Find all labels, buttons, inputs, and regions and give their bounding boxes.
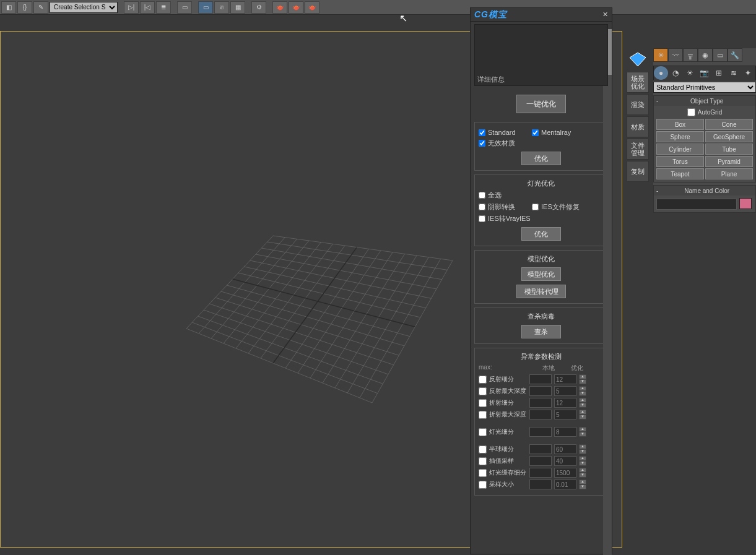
- standard-checkbox[interactable]: Standard: [479, 129, 528, 136]
- select-all-checkbox[interactable]: 全选: [479, 191, 528, 200]
- primitive-category-dropdown[interactable]: Standard Primitives: [653, 82, 756, 93]
- param-checkbox[interactable]: 折射最大深度: [479, 410, 527, 419]
- scan-virus-button[interactable]: 查杀: [521, 325, 561, 338]
- space-warps-sub-icon[interactable]: ≋: [726, 66, 741, 80]
- param-checkbox[interactable]: 反射最大深度: [479, 387, 527, 395]
- tool-icon[interactable]: {}: [17, 1, 32, 14]
- geometry-sub-icon[interactable]: ●: [654, 66, 668, 80]
- param-opt-input[interactable]: [554, 374, 576, 384]
- systems-sub-icon[interactable]: ✦: [741, 66, 755, 80]
- param-checkbox[interactable]: 灯光缓存细分: [479, 468, 527, 477]
- curve-editor-icon[interactable]: ▭: [198, 1, 213, 14]
- primitive-button[interactable]: Tube: [705, 144, 753, 155]
- side-tab[interactable]: 复制: [627, 161, 649, 182]
- mentalray-checkbox[interactable]: Mentalray: [532, 129, 581, 136]
- spinner[interactable]: ▲▼: [579, 386, 586, 396]
- primitive-button[interactable]: GeoSphere: [705, 131, 753, 142]
- param-local-input[interactable]: [529, 444, 552, 454]
- hierarchy-tab[interactable]: ╦: [683, 48, 698, 62]
- primitive-button[interactable]: Cylinder: [656, 144, 704, 155]
- spinner[interactable]: ▲▼: [579, 468, 586, 478]
- param-local-input[interactable]: [529, 468, 552, 478]
- model-proxy-button[interactable]: 模型转代理: [516, 285, 566, 298]
- param-opt-input[interactable]: [554, 480, 576, 489]
- display-tab[interactable]: ▭: [713, 48, 728, 62]
- shapes-sub-icon[interactable]: ◔: [668, 66, 682, 80]
- create-tab[interactable]: ✳: [653, 48, 668, 62]
- spinner[interactable]: ▲▼: [579, 410, 586, 419]
- helpers-sub-icon[interactable]: ⊞: [712, 66, 726, 80]
- side-tab[interactable]: 场景优化: [627, 72, 649, 93]
- param-checkbox[interactable]: 半球细分: [479, 445, 527, 454]
- param-local-input[interactable]: [529, 386, 552, 396]
- primitive-button[interactable]: Teapot: [656, 168, 704, 179]
- side-tab[interactable]: 渲染: [627, 94, 649, 115]
- spinner[interactable]: ▲▼: [579, 456, 586, 466]
- spinner[interactable]: ▲▼: [579, 427, 586, 437]
- one-click-optimize-button[interactable]: 一键优化: [516, 95, 566, 113]
- tool-icon[interactable]: ◧: [1, 1, 16, 14]
- schematic-icon[interactable]: ⎚: [214, 1, 229, 14]
- utilities-tab[interactable]: 🔧: [728, 48, 742, 62]
- spinner[interactable]: ▲▼: [579, 444, 586, 454]
- diamond-icon[interactable]: [627, 48, 649, 71]
- object-name-input[interactable]: [656, 199, 737, 210]
- param-opt-input[interactable]: [554, 410, 576, 419]
- modify-tab[interactable]: 〰: [668, 48, 683, 62]
- primitive-button[interactable]: Sphere: [656, 131, 704, 142]
- optimize-light-button[interactable]: 优化: [521, 227, 561, 241]
- param-opt-input[interactable]: [554, 427, 576, 437]
- primitive-button[interactable]: Plane: [705, 168, 753, 179]
- selection-set-dropdown[interactable]: Create Selection Se: [50, 2, 118, 13]
- primitive-button[interactable]: Pyramid: [705, 156, 753, 167]
- lights-sub-icon[interactable]: ☀: [683, 66, 697, 80]
- minus-icon[interactable]: -: [656, 98, 658, 105]
- spinner[interactable]: ▲▼: [579, 480, 586, 489]
- param-checkbox[interactable]: 折射细分: [479, 398, 527, 407]
- primitive-button[interactable]: Cone: [705, 119, 753, 130]
- render-setup-icon[interactable]: ⚙: [251, 1, 266, 14]
- side-tab[interactable]: 材质: [627, 116, 649, 137]
- param-opt-input[interactable]: [554, 468, 576, 478]
- layer-icon[interactable]: ▭: [177, 1, 192, 14]
- panel-titlebar[interactable]: CG模宝 ✕: [471, 8, 612, 22]
- minus-icon[interactable]: -: [656, 187, 658, 194]
- param-checkbox[interactable]: 反射细分: [479, 375, 527, 384]
- shadow-checkbox[interactable]: 阴影转换: [479, 202, 528, 212]
- param-opt-input[interactable]: [554, 444, 576, 454]
- align-icon[interactable]: |◁: [140, 1, 155, 14]
- spinner[interactable]: ▲▼: [579, 398, 586, 408]
- param-opt-input[interactable]: [554, 386, 576, 396]
- param-local-input[interactable]: [529, 410, 552, 419]
- teapot-icon[interactable]: 🫖: [305, 1, 319, 14]
- align-icon[interactable]: ≣: [156, 1, 171, 14]
- spinner[interactable]: ▲▼: [579, 374, 586, 384]
- param-checkbox[interactable]: 灯光细分: [479, 428, 527, 436]
- param-checkbox[interactable]: 插值采样: [479, 457, 527, 465]
- teapot-icon[interactable]: 🫖: [289, 1, 303, 14]
- scrollbar[interactable]: [603, 29, 612, 555]
- param-local-input[interactable]: [529, 398, 552, 408]
- object-color-swatch[interactable]: [739, 198, 752, 209]
- close-icon[interactable]: ✕: [602, 11, 608, 19]
- param-opt-input[interactable]: [554, 398, 576, 408]
- ies-repair-checkbox[interactable]: IES文件修复: [532, 202, 581, 212]
- param-checkbox[interactable]: 采样大小: [479, 480, 527, 489]
- autogrid-checkbox[interactable]: [687, 108, 695, 116]
- tool-icon[interactable]: ✎: [33, 1, 48, 14]
- side-tab[interactable]: 文件管理: [627, 139, 649, 160]
- render-icon[interactable]: 🫖: [272, 1, 287, 14]
- param-opt-input[interactable]: [554, 456, 576, 466]
- material-editor-icon[interactable]: ▦: [230, 1, 245, 14]
- motion-tab[interactable]: ◉: [698, 48, 713, 62]
- param-local-input[interactable]: [529, 480, 552, 489]
- model-optimize-button[interactable]: 模型优化: [521, 267, 561, 281]
- cameras-sub-icon[interactable]: 📷: [697, 66, 711, 80]
- mirror-icon[interactable]: ▷|: [124, 1, 139, 14]
- ies-vray-checkbox[interactable]: IES转VrayIES: [479, 214, 531, 223]
- primitive-button[interactable]: Box: [656, 119, 704, 130]
- primitive-button[interactable]: Torus: [656, 156, 704, 167]
- optimize-material-button[interactable]: 优化: [521, 152, 561, 165]
- param-local-input[interactable]: [529, 427, 552, 437]
- param-local-input[interactable]: [529, 456, 552, 466]
